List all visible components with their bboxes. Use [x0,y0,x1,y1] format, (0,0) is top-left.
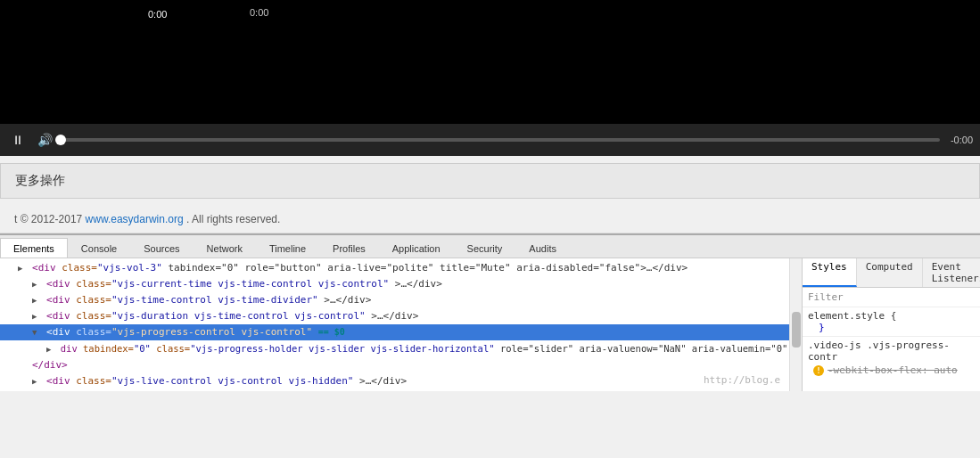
html-scrollbar[interactable] [789,258,802,391]
tab-timeline[interactable]: Timeline [256,238,319,258]
html-line[interactable]: </div> [0,357,789,373]
warning-icon: ! [813,365,824,376]
expand-icon[interactable]: ▶ [32,280,37,289]
styles-tab-computed[interactable]: Computed [857,258,923,287]
css-rule-vjs: .video-js .vjs-progress-contr ! -webkit-… [803,336,980,380]
html-line[interactable]: ▶ <div class="vjs-current-time vjs-time-… [0,276,789,292]
expand-icon[interactable]: ▼ [32,328,37,337]
tab-security[interactable]: Security [454,238,516,258]
watermark-text: http://blog.e [704,374,780,386]
css-strikethrough-prop: -webkit-box-flex: auto [828,364,958,376]
html-line[interactable]: ▶ div tabindex="0" class="vjs-progress-h… [0,340,789,357]
html-line[interactable]: ▶ <div class="vjs-live-control vjs-contr… [0,373,789,389]
html-line-selected[interactable]: ▼ <div class="vjs-progress-control vjs-c… [0,324,789,340]
more-actions-label: 更多操作 [15,173,65,187]
expand-icon[interactable]: ▶ [32,377,37,386]
tab-network[interactable]: Network [194,238,256,258]
styles-panel-tabs: Styles Computed Event Listeners [803,258,980,288]
mute-button[interactable]: 🔊 [34,129,55,151]
html-line[interactable]: ▶ <div class="vjs-vol-3" tabindex="0" ro… [0,260,789,276]
html-line[interactable]: ▶ <div class="vjs-time-control vjs-time-… [0,292,789,308]
time-remaining: -0:00 [951,135,973,145]
tab-application[interactable]: Application [379,238,454,258]
styles-tab-event-listeners[interactable]: Event Listeners [923,258,980,287]
css-selector-vjs: .video-js .vjs-progress-contr [808,339,975,363]
footer-suffix: . All rights reserved. [186,213,280,225]
css-warning-line: ! -webkit-box-flex: auto [808,363,975,378]
tab-elements[interactable]: Elements [0,238,68,258]
footer-link[interactable]: www.easydarwin.org [86,213,184,225]
tab-console[interactable]: Console [68,238,130,258]
more-actions-bar: 更多操作 [0,163,980,199]
css-close: } [808,322,975,333]
devtools-tabs: Elements Console Sources Network Timelin… [0,235,980,258]
video-player: 0:00 0:00 ⏸ 🔊 -0:00 [0,0,980,156]
progress-thumb[interactable] [55,135,66,145]
styles-filter[interactable]: Filter [803,288,980,307]
styles-panel: Styles Computed Event Listeners Filter e… [802,258,980,391]
pause-button[interactable]: ⏸ [7,129,29,151]
time-badge-current: 0:00 [143,7,172,21]
tab-audits[interactable]: Audits [515,238,570,258]
html-panel: ▶ <div class="vjs-vol-3" tabindex="0" ro… [0,258,789,391]
expand-icon[interactable]: ▶ [46,345,51,354]
expand-icon[interactable]: ▶ [32,296,37,305]
time-center: 0:00 [250,7,268,18]
progress-track[interactable] [61,138,940,142]
styles-tab-styles[interactable]: Styles [803,258,857,287]
expand-icon[interactable]: ▶ [18,264,22,273]
progress-wrap[interactable] [61,138,940,142]
tab-sources[interactable]: Sources [130,238,193,258]
scrollbar-thumb[interactable] [792,312,801,348]
devtools-body: ▶ <div class="vjs-vol-3" tabindex="0" ro… [0,258,980,391]
css-rule-element-style: element.style { } [803,307,980,336]
filter-label: Filter [808,291,844,303]
expand-icon[interactable]: ▶ [32,312,37,321]
tab-profiles[interactable]: Profiles [319,238,379,258]
devtools-panel: Elements Console Sources Network Timelin… [0,233,980,391]
html-line[interactable]: ▶ <div class="vjs-duration vjs-time-cont… [0,308,789,324]
css-selector: element.style { [808,310,975,322]
page-footer: t © 2012-2017 www.easydarwin.org . All r… [0,206,980,233]
copyright-text: t © 2012-2017 [14,213,86,225]
video-controls-bar: ⏸ 🔊 -0:00 [0,124,980,156]
